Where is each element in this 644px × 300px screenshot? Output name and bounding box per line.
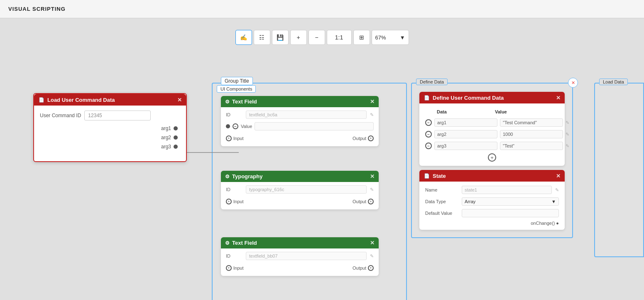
typography-output-plus[interactable]: + (368, 199, 374, 204)
state-defaultvalue-label: Default Value (425, 211, 458, 216)
input-label: Input (233, 136, 243, 141)
typography-id-input[interactable] (246, 185, 367, 194)
state-name-edit[interactable]: ✎ (555, 187, 559, 193)
define-arg3-row: − ✎ (425, 142, 559, 150)
define-arg1-minus[interactable]: − (425, 119, 432, 126)
text-field-2-input-plus[interactable]: + (226, 265, 232, 271)
define-arg3-key[interactable] (434, 142, 497, 150)
load-data-panel: Load Data (594, 83, 644, 257)
state-onchange-row: onChange() ● (425, 221, 559, 226)
state-node: 📄 State ✕ Name ✎ Data Type (419, 170, 565, 230)
output-plus-btn[interactable]: + (368, 135, 374, 141)
text-field-1-id-input[interactable] (246, 111, 367, 119)
state-node-icon: 📄 (424, 172, 430, 179)
state-name-row: Name ✎ (425, 186, 559, 194)
arg2-connector[interactable] (174, 135, 178, 140)
zoom-control[interactable]: 67% ▼ (372, 30, 409, 45)
value-col-label: Value (495, 109, 507, 114)
state-defaultvalue-row: Default Value (425, 209, 559, 217)
define-arg1-value[interactable] (500, 118, 563, 127)
typography-body: ID ✎ + Input Output + (221, 182, 379, 209)
text-field-2-io-row: + Input Output + (226, 263, 374, 273)
text-field-1-gear-icon: ⚙ (225, 99, 230, 105)
text-field-2-id-input[interactable] (246, 252, 367, 260)
value-label: Value (241, 124, 252, 129)
state-defaultvalue-input[interactable] (462, 209, 559, 217)
state-node-title: State (433, 173, 446, 179)
define-arg3-minus[interactable]: − (425, 143, 432, 149)
define-user-command-node: 📄 Define User Command Data ✕ Data Value (419, 92, 565, 166)
add-button[interactable]: + (290, 30, 307, 45)
define-data-close[interactable]: ✕ (568, 78, 578, 88)
ratio-button[interactable]: 1:1 (327, 30, 352, 45)
output-right: Output + (353, 135, 374, 141)
define-arg1-edit[interactable]: ✎ (566, 120, 569, 125)
state-datatype-select[interactable]: Array ▼ (462, 197, 559, 206)
typography-title: Typography (232, 173, 262, 180)
define-add-btn[interactable]: + (488, 153, 496, 162)
define-node-body: Data Value − ✎ (419, 103, 565, 166)
list-button[interactable]: ☷ (254, 30, 270, 45)
value-input[interactable] (255, 122, 374, 130)
load-node-close[interactable]: ✕ (177, 97, 182, 103)
text-field-1-header: ⚙ Text Field ✕ (221, 96, 379, 107)
input-left: + Input (226, 135, 243, 141)
define-arg2-row: − ✎ (425, 130, 559, 138)
define-arg2-value[interactable] (500, 130, 563, 138)
typography-io-row: + Input Output + (226, 197, 374, 206)
fit-button[interactable]: ⊞ (353, 30, 370, 45)
typography-input-plus[interactable]: + (226, 199, 232, 204)
output-label: Output (353, 136, 366, 141)
fit-icon: ⊞ (359, 34, 364, 41)
state-node-close[interactable]: ✕ (556, 173, 561, 179)
text-field-2-input-label: Input (233, 266, 243, 270)
toolbar: ✍ ☷ 💾 + − 1:1 ⊞ 67% ▼ (235, 30, 409, 45)
define-node-header: 📄 Define User Command Data ✕ (419, 92, 565, 103)
hand-tool-button[interactable]: ✍ (235, 30, 252, 45)
typography-header: ⚙ Typography ✕ (221, 171, 379, 182)
text-field-2-output-right: Output + (353, 265, 374, 271)
text-field-2-body: ID ✎ + Input Output + (221, 248, 379, 276)
text-field-1-edit-icon[interactable]: ✎ (370, 112, 374, 118)
text-field-1-close[interactable]: ✕ (370, 98, 375, 105)
define-arg2-key[interactable] (434, 130, 497, 138)
define-node-close[interactable]: ✕ (556, 95, 561, 101)
define-data-container: Define Data ✕ 📄 Define User Command Data… (411, 83, 573, 238)
text-field-1-id-row: ID ✎ (226, 111, 374, 119)
define-data-panel: Define Data ✕ 📄 Define User Command Data… (411, 83, 573, 238)
arg1-connector[interactable] (174, 126, 178, 130)
arg3-label: arg3 (161, 144, 171, 150)
state-name-label: Name (425, 187, 458, 192)
define-arg3-value[interactable] (500, 142, 563, 150)
save-button[interactable]: 💾 (272, 30, 289, 45)
hand-icon: ✍ (240, 34, 247, 41)
state-datatype-row: Data Type Array ▼ (425, 197, 559, 206)
value-minus-btn[interactable]: − (233, 123, 238, 129)
save-icon: 💾 (277, 34, 284, 41)
define-arg3-edit[interactable]: ✎ (566, 143, 569, 149)
input-plus-btn[interactable]: + (226, 135, 232, 141)
define-arg1-key[interactable] (434, 118, 497, 127)
typography-edit-icon[interactable]: ✎ (370, 187, 374, 192)
arg2-row: arg2 (40, 135, 180, 140)
define-col-data-header: Data (437, 108, 492, 115)
text-field-2-close[interactable]: ✕ (370, 240, 375, 246)
user-command-id-input[interactable] (84, 111, 151, 120)
typography-output-right: Output + (353, 199, 374, 204)
text-field-2-gear-icon: ⚙ (225, 240, 230, 246)
typography-id-label: ID (226, 187, 242, 192)
define-arg2-minus[interactable]: − (425, 131, 432, 138)
text-field-1-node: ⚙ Text Field ✕ ID ✎ − Value (221, 96, 379, 146)
define-arg2-edit[interactable]: ✎ (566, 132, 569, 137)
text-field-2-output-plus[interactable]: + (368, 265, 374, 271)
group-title-badge[interactable]: Group Title (221, 77, 253, 85)
arg3-connector[interactable] (174, 145, 178, 149)
value-left-connector[interactable] (226, 124, 230, 128)
typography-close[interactable]: ✕ (370, 173, 375, 180)
text-field-2-edit-icon[interactable]: ✎ (370, 253, 374, 259)
state-name-input[interactable] (462, 186, 552, 194)
plus-icon: + (296, 34, 300, 41)
state-datatype-arrow: ▼ (551, 199, 556, 204)
text-field-2-id-label: ID (226, 253, 242, 258)
remove-button[interactable]: − (309, 30, 325, 45)
